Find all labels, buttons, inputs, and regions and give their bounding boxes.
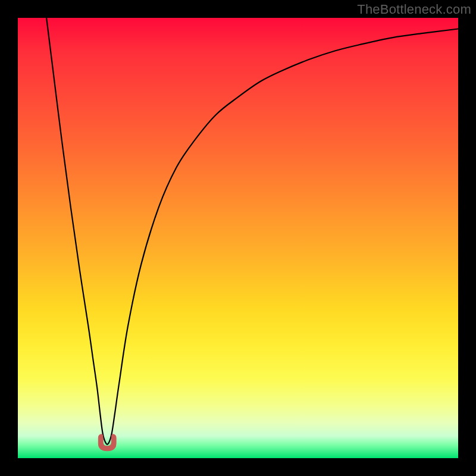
minimum-marker	[98, 434, 116, 451]
plot-area	[18, 18, 458, 458]
bottleneck-curve-svg	[18, 18, 458, 458]
chart-frame: TheBottleneck.com	[0, 0, 476, 476]
bottleneck-curve	[46, 18, 458, 444]
watermark-text: TheBottleneck.com	[357, 2, 471, 17]
